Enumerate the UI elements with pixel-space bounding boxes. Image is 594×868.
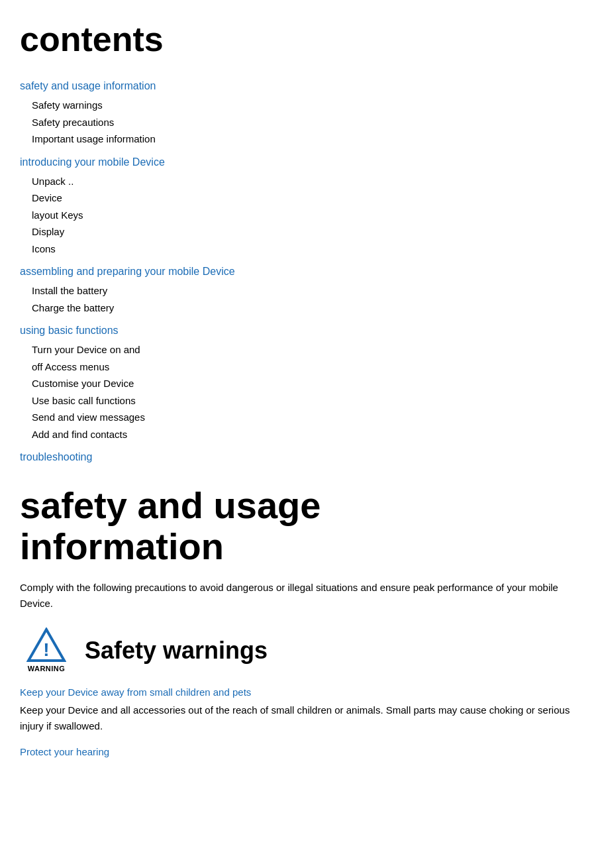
svg-text:!: ! bbox=[43, 639, 49, 660]
toc-troubleshooting: troubleshooting bbox=[20, 449, 574, 465]
toc-item: layout Keys bbox=[20, 207, 574, 224]
toc-item: Add and find contacts bbox=[20, 426, 574, 443]
toc-item: off Access menus bbox=[20, 358, 574, 376]
toc-item: Device bbox=[20, 190, 574, 207]
toc-item: Customise your Device bbox=[20, 375, 574, 392]
toc-section-assembling: assembling and preparing your mobile Dev… bbox=[20, 264, 574, 316]
toc-item: Send and view messages bbox=[20, 409, 574, 426]
toc-section-safety: safety and usage information Safety warn… bbox=[20, 78, 574, 148]
warning-icon: ! bbox=[26, 627, 66, 662]
subsection1-heading: Keep your Device away from small childre… bbox=[20, 685, 574, 700]
toc-section-introducing: introducing your mobile Device Unpack ..… bbox=[20, 154, 574, 258]
warning-block: ! WARNING Safety warnings bbox=[20, 627, 574, 675]
toc-heading-assembling: assembling and preparing your mobile Dev… bbox=[20, 264, 574, 280]
subsection2-heading: Protect your hearing bbox=[20, 745, 574, 760]
section2-title: safety and usage information bbox=[20, 485, 574, 567]
toc-item: Install the battery bbox=[20, 282, 574, 299]
toc-item: Safety warnings bbox=[20, 97, 574, 114]
toc-heading-basic: using basic functions bbox=[20, 323, 574, 339]
toc-item: Icons bbox=[20, 241, 574, 258]
toc-item: Use basic call functions bbox=[20, 392, 574, 409]
toc-section-basic: using basic functions Turn your Device o… bbox=[20, 323, 574, 443]
warning-title: Safety warnings bbox=[85, 633, 268, 669]
warning-icon-container: ! WARNING bbox=[20, 627, 73, 675]
page-title: contents bbox=[20, 13, 574, 65]
toc-item: Turn your Device on and bbox=[20, 341, 574, 358]
toc-heading-safety: safety and usage information bbox=[20, 78, 574, 94]
toc-item: Display bbox=[20, 223, 574, 241]
intro-paragraph: Comply with the following precautions to… bbox=[20, 580, 574, 612]
toc-container: safety and usage information Safety warn… bbox=[20, 78, 574, 465]
section2: safety and usage information Comply with… bbox=[20, 485, 574, 760]
toc-item: Safety precautions bbox=[20, 114, 574, 131]
toc-heading-introducing: introducing your mobile Device bbox=[20, 154, 574, 170]
toc-item: Charge the battery bbox=[20, 299, 574, 317]
warning-label-text: WARNING bbox=[28, 663, 66, 675]
toc-item: Important usage information bbox=[20, 131, 574, 148]
toc-item: Unpack .. bbox=[20, 173, 574, 190]
subsection1-text: Keep your Device and all accessories out… bbox=[20, 702, 574, 734]
